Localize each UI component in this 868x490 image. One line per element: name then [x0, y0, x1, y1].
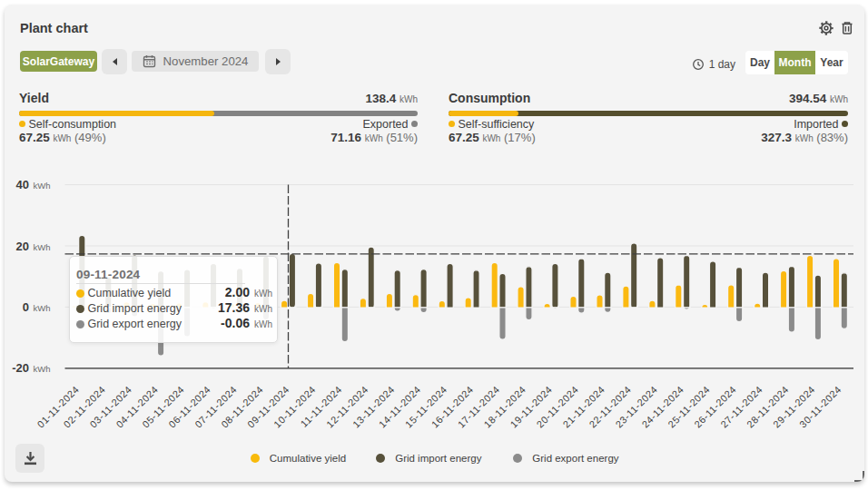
svg-text:20: 20: [16, 240, 29, 253]
svg-text:kWh: kWh: [34, 181, 51, 191]
svg-text:-20: -20: [12, 361, 29, 375]
svg-text:40: 40: [16, 178, 29, 191]
svg-text:0: 0: [23, 300, 29, 314]
svg-text:kWh: kWh: [34, 364, 51, 374]
svg-text:kWh: kWh: [34, 242, 51, 252]
svg-text:kWh: kWh: [34, 303, 51, 313]
